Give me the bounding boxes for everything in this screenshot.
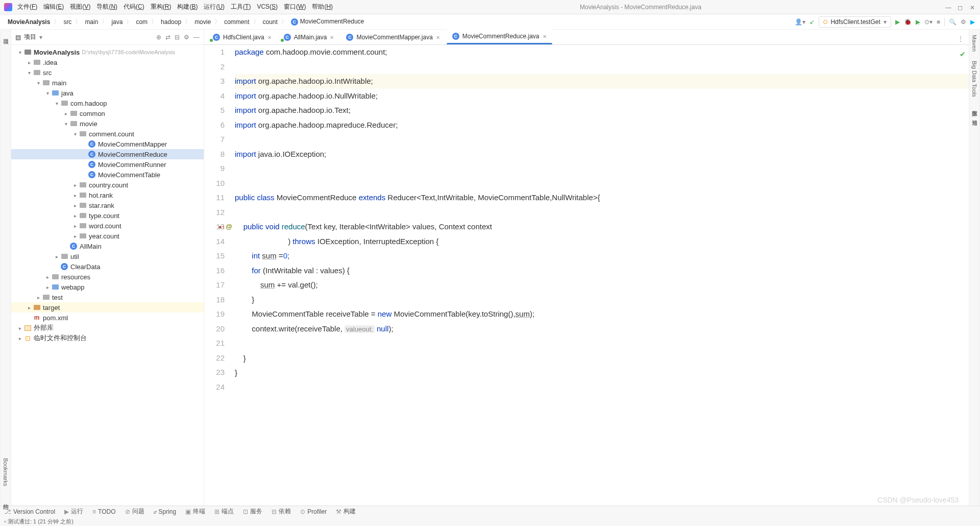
search-icon[interactable]: 🔍: [949, 18, 957, 26]
bottom-tool-button[interactable]: ⊙Profiler: [300, 508, 327, 515]
project-tree[interactable]: ▾MovieAnalysisD:\rtsy\bysj\7738-code\Mov…: [11, 45, 204, 506]
breadcrumb-item[interactable]: count: [260, 17, 280, 27]
expand-arrow-icon[interactable]: ▾: [53, 101, 60, 106]
breadcrumb-item[interactable]: CMovieCommentReduce: [288, 16, 366, 27]
bookmarks-tool-button[interactable]: Bookmarks: [3, 456, 9, 488]
chevron-down-icon[interactable]: ▾: [39, 34, 42, 41]
tree-node[interactable]: ▾comment.count: [11, 129, 204, 139]
tree-node[interactable]: ▸test: [11, 292, 204, 302]
breadcrumb-item[interactable]: hadoop: [158, 17, 184, 27]
debug-icon[interactable]: 🐞: [904, 18, 912, 26]
tree-node[interactable]: ▾movie: [11, 118, 204, 129]
tree-node[interactable]: ▸resources: [11, 272, 204, 282]
expand-arrow-icon[interactable]: ▸: [71, 182, 79, 188]
tree-node[interactable]: mpom.xml: [11, 313, 204, 323]
tree-node[interactable]: ▾main: [11, 78, 204, 88]
tree-node[interactable]: ▸⊡临时文件和控制台: [11, 333, 204, 343]
breadcrumb-item[interactable]: com: [133, 17, 150, 27]
menu-item[interactable]: 窗口(W): [281, 2, 309, 11]
tree-node[interactable]: ▸外部库: [11, 323, 204, 333]
bigdata-tool-button[interactable]: Big Data Tools: [971, 59, 977, 99]
expand-icon[interactable]: ⇄: [165, 34, 170, 41]
profile-icon[interactable]: ⊙▾: [924, 18, 933, 26]
bottom-tool-button[interactable]: ▶运行: [64, 507, 83, 516]
settings-icon[interactable]: ⚙: [961, 18, 966, 26]
tabs-more-icon[interactable]: ⋮: [955, 33, 966, 44]
expand-arrow-icon[interactable]: ▾: [62, 121, 69, 127]
bottom-tool-button[interactable]: ⊘问题: [125, 507, 144, 516]
expand-arrow-icon[interactable]: ▾: [26, 70, 33, 76]
tree-node[interactable]: ▸webapp: [11, 282, 204, 292]
maven-tool-button[interactable]: Maven: [971, 33, 977, 54]
database-tool-button[interactable]: 数据库: [971, 104, 978, 108]
hide-icon[interactable]: —: [193, 34, 200, 41]
close-icon[interactable]: ✕: [970, 4, 976, 10]
tree-node[interactable]: ▾java: [11, 88, 204, 98]
expand-arrow-icon[interactable]: ▾: [16, 50, 23, 55]
project-tool-button[interactable]: 项目: [2, 33, 10, 37]
expand-arrow-icon[interactable]: ▾: [44, 90, 51, 96]
tree-node[interactable]: ▾com.hadoop: [11, 98, 204, 108]
bottom-tool-button[interactable]: ⊡服务: [243, 507, 262, 516]
tree-node[interactable]: CMovieCommentReduce: [11, 149, 204, 159]
breadcrumb-item[interactable]: src: [61, 17, 74, 27]
editor-tab[interactable]: CAllMain.java✕: [278, 30, 340, 44]
run-config-selector[interactable]: HdfsClient.testGet ▾: [819, 16, 891, 28]
menu-item[interactable]: 文件(F): [14, 2, 40, 11]
tree-node[interactable]: ▸type.count: [11, 210, 204, 221]
tree-node[interactable]: CMovieCommentRunner: [11, 159, 204, 170]
editor-tab[interactable]: CHdfsClient.java✕: [207, 30, 277, 44]
bottom-tool-button[interactable]: ⎇Version Control: [4, 508, 55, 515]
menu-item[interactable]: 工具(T): [228, 2, 254, 11]
breadcrumb-item[interactable]: comment: [222, 17, 252, 27]
expand-arrow-icon[interactable]: ▸: [53, 254, 60, 259]
update-icon[interactable]: ↙: [810, 18, 815, 26]
select-opened-icon[interactable]: ⊕: [156, 34, 161, 41]
close-tab-icon[interactable]: ✕: [330, 35, 334, 40]
menu-item[interactable]: 代码(C): [120, 2, 148, 11]
breadcrumb-item[interactable]: java: [109, 17, 125, 27]
tree-node[interactable]: CClearData: [11, 261, 204, 272]
menu-item[interactable]: 运行(U): [201, 2, 228, 11]
tree-node[interactable]: ▸star.rank: [11, 200, 204, 210]
coverage-icon[interactable]: ▶̣: [916, 18, 920, 26]
tree-node[interactable]: ▸year.count: [11, 231, 204, 241]
breadcrumb-item[interactable]: movie: [192, 17, 213, 27]
expand-arrow-icon[interactable]: ▸: [26, 60, 33, 65]
tree-node[interactable]: ▸country.count: [11, 180, 204, 190]
code-content[interactable]: package com.hadoop.movie.comment.count; …: [235, 45, 969, 506]
expand-arrow-icon[interactable]: ▸: [35, 295, 42, 300]
tree-node[interactable]: ▸word.count: [11, 221, 204, 231]
run-icon[interactable]: ▶: [895, 18, 900, 26]
bottom-tool-button[interactable]: ≡TODO: [92, 508, 115, 515]
bottom-tool-button[interactable]: ⊟依赖: [272, 507, 291, 516]
expand-arrow-icon[interactable]: ▸: [71, 213, 79, 219]
stop-icon[interactable]: ■: [937, 18, 940, 26]
expand-arrow-icon[interactable]: ▾: [71, 131, 79, 137]
notify-tool-button[interactable]: 通知: [971, 113, 978, 117]
tree-node[interactable]: CMovieCommentTable: [11, 170, 204, 180]
breadcrumb-item[interactable]: main: [82, 17, 101, 27]
bottom-tool-button[interactable]: ▣终端: [185, 507, 205, 516]
mirror-icon[interactable]: ▶: [970, 18, 975, 26]
menu-item[interactable]: 视图(V): [67, 2, 93, 11]
expand-arrow-icon[interactable]: ▾: [35, 80, 42, 86]
bottom-tool-button[interactable]: ⚒构建: [336, 507, 356, 516]
expand-arrow-icon[interactable]: ▸: [71, 193, 79, 198]
close-tab-icon[interactable]: ✕: [436, 35, 440, 40]
menu-item[interactable]: 帮助(H): [309, 2, 336, 11]
tree-node[interactable]: ▸.idea: [11, 57, 204, 67]
tree-node[interactable]: CMovieCommentMapper: [11, 139, 204, 149]
settings-icon[interactable]: ⚙: [184, 34, 189, 41]
tree-node[interactable]: ▾MovieAnalysisD:\rtsy\bysj\7738-code\Mov…: [11, 47, 204, 57]
tree-node[interactable]: ▸hot.rank: [11, 190, 204, 200]
tree-node[interactable]: CAllMain: [11, 241, 204, 251]
minimize-icon[interactable]: —: [945, 4, 951, 10]
structure-tool-button[interactable]: 结构: [2, 497, 10, 501]
menu-item[interactable]: VCS(S): [254, 2, 281, 11]
editor-tab[interactable]: CMovieCommentReduce.java✕: [447, 29, 552, 44]
expand-arrow-icon[interactable]: ▸: [71, 223, 79, 229]
bottom-tool-button[interactable]: ⊞端点: [214, 507, 234, 516]
menu-item[interactable]: 重构(R): [148, 2, 175, 11]
override-up-icon[interactable]: ●↑: [218, 220, 225, 234]
